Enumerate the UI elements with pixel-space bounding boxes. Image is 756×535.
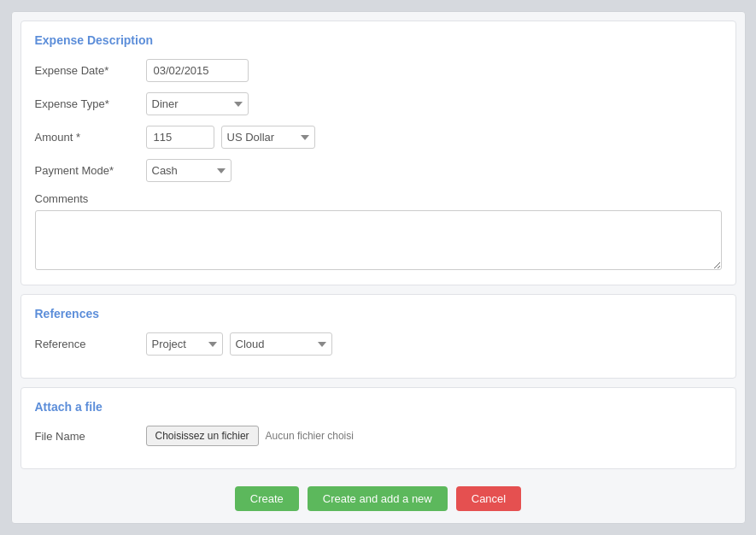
expense-type-row: Expense Type* Diner Lunch Travel Hotel [35,92,722,115]
amount-input[interactable] [146,126,214,149]
amount-row: Amount * US Dollar Euro GBP [35,126,722,149]
attach-file-title: Attach a file [35,400,722,414]
expense-date-controls [146,59,249,82]
reference-label: Reference [35,338,146,350]
comments-wrapper: Comments [35,192,722,273]
expense-type-controls: Diner Lunch Travel Hotel [146,92,249,115]
comments-textarea[interactable] [35,210,722,270]
footer-buttons: Create Create and add a new Cancel [12,478,745,523]
expense-date-row: Expense Date* [35,59,722,82]
reference-row: Reference Project Task Contract Cloud Al… [35,332,722,356]
reference-value-select[interactable]: Cloud Alpha Beta [230,332,332,356]
expense-date-label: Expense Date* [35,64,146,77]
reference-type-select[interactable]: Project Task Contract [146,332,223,356]
references-section: References Reference Project Task Contra… [21,294,736,379]
expense-description-section: Expense Description Expense Date* Expens… [21,21,736,285]
file-input-wrapper: Choisissez un fichier Aucun fichier choi… [146,426,354,446]
expense-description-title: Expense Description [35,33,722,47]
amount-controls: US Dollar Euro GBP [146,126,315,149]
file-name-row: File Name Choisissez un fichier Aucun fi… [35,426,722,446]
expense-type-select[interactable]: Diner Lunch Travel Hotel [146,92,249,115]
currency-select[interactable]: US Dollar Euro GBP [221,126,315,149]
amount-label: Amount * [35,131,146,144]
references-title: References [35,307,722,320]
comments-label: Comments [35,192,722,205]
payment-mode-controls: Cash Card Bank Transfer [146,159,231,182]
file-name-label: File Name [35,430,146,443]
reference-controls: Project Task Contract Cloud Alpha Beta [146,332,332,356]
choose-file-button[interactable]: Choisissez un fichier [146,426,259,446]
expense-type-label: Expense Type* [35,97,146,110]
main-container: Expense Description Expense Date* Expens… [11,11,746,524]
payment-mode-select[interactable]: Cash Card Bank Transfer [146,159,231,182]
payment-mode-row: Payment Mode* Cash Card Bank Transfer [35,159,722,182]
expense-date-input[interactable] [146,59,249,82]
attach-file-section: Attach a file File Name Choisissez un fi… [21,387,736,469]
create-add-button[interactable]: Create and add a new [308,486,448,511]
cancel-button[interactable]: Cancel [456,486,521,511]
payment-mode-label: Payment Mode* [35,164,146,177]
create-button[interactable]: Create [235,486,299,511]
no-file-chosen-text: Aucun fichier choisi [266,430,354,442]
